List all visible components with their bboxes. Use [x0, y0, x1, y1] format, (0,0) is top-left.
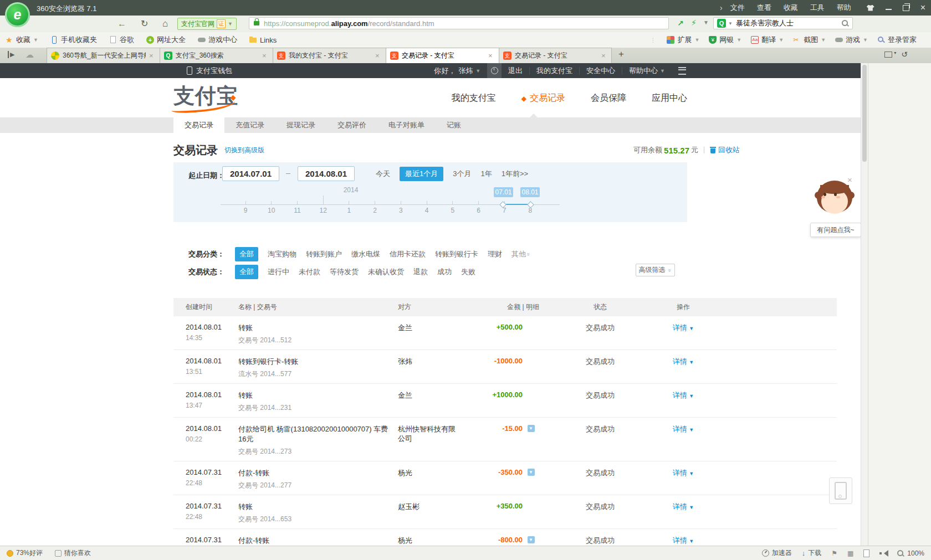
search-input[interactable]	[735, 19, 839, 28]
detail-link[interactable]: 详情	[673, 425, 687, 433]
detail-link[interactable]: 详情	[673, 502, 687, 511]
browser-tab[interactable]: 360导航_新一代安全上网导航 ×	[47, 48, 160, 63]
detail-link[interactable]: 详情	[673, 469, 687, 477]
category-filter[interactable]: 其他»	[511, 249, 530, 259]
flag-icon[interactable]: ⚑	[831, 549, 837, 557]
main-nav-item[interactable]: ◆ 应用中心	[652, 93, 687, 104]
site-rating[interactable]: 73%好评	[7, 548, 43, 558]
category-filter[interactable]: 转账到银行卡»	[435, 249, 478, 259]
new-tab-button[interactable]: +	[618, 49, 624, 60]
status-filter[interactable]: 等待发货	[330, 267, 359, 277]
cloud-sync-icon[interactable]: ☁	[25, 50, 34, 60]
undo-close-tab-icon[interactable]: ↺	[901, 50, 908, 58]
sound-icon[interactable]	[879, 550, 887, 557]
subnav-tab[interactable]: 充值记录	[224, 117, 275, 133]
back-button[interactable]: ←	[117, 18, 126, 30]
subnav-tab[interactable]: 交易评价	[326, 117, 377, 133]
timeline-month-label[interactable]: 3	[394, 207, 407, 214]
minimize-button[interactable]	[886, 9, 892, 10]
assistant-mascot[interactable]	[817, 181, 852, 217]
guess-you-like[interactable]: 猜你喜欢	[55, 548, 91, 558]
tab-close-icon[interactable]: ×	[375, 52, 380, 60]
browser-tab[interactable]: 交易记录 - 支付宝 ×	[499, 48, 612, 63]
browser-tab[interactable]: 支付宝_360搜索 ×	[160, 48, 273, 63]
quick-range-button[interactable]: 最近1个月	[400, 167, 443, 181]
tab-close-icon[interactable]: ×	[149, 52, 154, 60]
topbar-link[interactable]: 安全中心 ▼	[579, 67, 622, 75]
recycle-bin-link[interactable]: 回收站	[718, 145, 740, 155]
site-identity-badge[interactable]: 支付宝官网 证 ▼	[177, 18, 237, 30]
category-filter[interactable]: 理财»	[488, 249, 502, 259]
alipay-logo[interactable]: 支付宝	[173, 83, 240, 114]
main-nav-item[interactable]: ◆ 会员保障	[591, 93, 626, 104]
status-filter[interactable]: 失败	[461, 267, 475, 277]
mascot-tooltip[interactable]: 有问题点我~	[810, 223, 861, 237]
maximize-button[interactable]	[903, 5, 909, 11]
topbar-link[interactable]: 我的支付宝 ▼	[529, 67, 579, 75]
browser-logo-icon[interactable]: e	[5, 2, 30, 27]
timeline-month-label[interactable]: 4	[420, 207, 433, 214]
sidebar-toggle-icon[interactable]: ▶	[8, 51, 14, 58]
skin-icon[interactable]	[867, 5, 874, 11]
quick-range-button[interactable]: 3个月	[453, 169, 471, 179]
theme-icon[interactable]: ▦	[847, 549, 853, 557]
amount-detail-icon[interactable]: ▼	[528, 425, 535, 432]
menu-item[interactable]: 文件	[730, 3, 745, 13]
timeline-month-label[interactable]: 5	[446, 207, 459, 214]
accelerator-button[interactable]: 加速器	[762, 548, 792, 558]
date-to-input[interactable]	[298, 166, 355, 181]
toolbar-plugin-button[interactable]: 翻译 ▼	[751, 35, 784, 45]
tab-close-icon[interactable]: ×	[262, 52, 267, 60]
notification-button[interactable]	[487, 63, 502, 78]
menu-collapse-icon[interactable]: ›	[720, 3, 723, 12]
bookmark-item[interactable]: 谷歌 ▼	[109, 35, 134, 45]
topbar-link[interactable]: 退出 ▼	[502, 67, 529, 75]
quick-range-button[interactable]: 今天	[376, 169, 390, 179]
status-filter[interactable]: 全部	[235, 265, 258, 279]
subnav-tab[interactable]: 交易记录	[173, 117, 224, 133]
category-filter[interactable]: 信用卡还款»	[390, 249, 426, 259]
address-bar[interactable]: https://consumeprod.alipay.com/record/st…	[249, 17, 669, 29]
bookmark-item[interactable]: 收藏 ▼	[6, 35, 38, 45]
advanced-filter-button[interactable]: 高级筛选 »	[636, 264, 675, 276]
recently-closed-icon[interactable]	[884, 52, 892, 58]
status-filter[interactable]: 退款	[413, 267, 428, 277]
wallet-link[interactable]: 支付宝钱包	[187, 66, 232, 76]
detail-link[interactable]: 详情	[673, 536, 687, 544]
toolbar-plugin-button[interactable]: 截图 ▼	[793, 35, 826, 45]
status-filter[interactable]: 未付款	[299, 267, 320, 277]
topbar-link[interactable]: 帮助中心 ▼	[622, 67, 672, 75]
toolbar-plugin-button[interactable]: 网银 ▼	[709, 35, 741, 45]
menu-list-icon[interactable]	[678, 67, 686, 75]
bookmark-item[interactable]: Links ▼	[249, 36, 277, 44]
chevron-down-icon[interactable]: ▼	[728, 21, 733, 26]
timeline-month-label[interactable]: 9	[239, 207, 252, 214]
share-icon[interactable]: ↗	[677, 19, 684, 28]
timeline-month-label[interactable]: 2	[369, 207, 382, 214]
toolbar-plugin-button[interactable]: 登录管家 ▼	[877, 35, 917, 45]
subnav-tab[interactable]: 提现记录	[275, 117, 326, 133]
timeline-month-label[interactable]: 10	[265, 207, 278, 214]
bookmark-item[interactable]: 游戏中心 ▼	[198, 35, 237, 45]
toolbar-plugin-button[interactable]: 扩展 ▼	[667, 35, 699, 45]
search-engine-icon[interactable]	[717, 19, 726, 28]
address-dropdown-icon[interactable]: ▼	[703, 19, 709, 25]
speed-mode-icon[interactable]: ⚡	[691, 18, 697, 27]
date-from-input[interactable]	[222, 166, 279, 181]
timeline-to-badge[interactable]: 08.01	[520, 187, 540, 197]
main-nav-item[interactable]: ◆ 交易记录	[521, 93, 565, 104]
reader-mode-icon[interactable]	[863, 549, 869, 557]
tab-close-icon[interactable]: ×	[601, 52, 606, 60]
download-button[interactable]: ↓ 下载	[802, 548, 822, 558]
menu-item[interactable]: 帮助	[837, 3, 851, 13]
main-nav-item[interactable]: ◆ 我的支付宝	[452, 93, 496, 104]
subnav-tab[interactable]: 记账	[436, 117, 472, 133]
bookmark-item[interactable]: 手机收藏夹 ▼	[50, 35, 97, 45]
browser-tab[interactable]: 我的支付宝 - 支付宝 ×	[273, 48, 386, 63]
user-menu[interactable]: 你好，张炜 ▼	[434, 66, 487, 76]
quick-range-button[interactable]: 1年前>>	[502, 169, 528, 179]
search-icon[interactable]	[841, 19, 849, 27]
menu-item[interactable]: 查看	[757, 3, 771, 13]
amount-detail-icon[interactable]: ▼	[528, 469, 535, 476]
category-filter[interactable]: 全部»	[235, 247, 258, 261]
